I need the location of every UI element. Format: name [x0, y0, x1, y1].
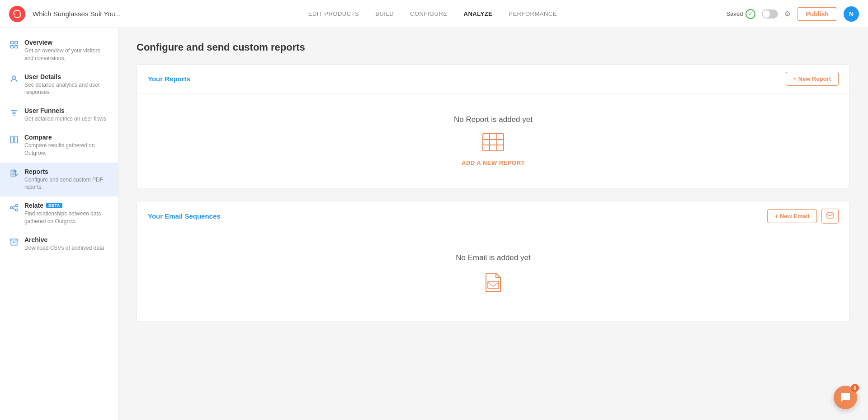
- email-section-body: No Email is added yet: [137, 231, 849, 322]
- no-email-message: No Email is added yet: [456, 253, 530, 262]
- email-envelope-button[interactable]: [821, 209, 839, 224]
- sidebar-reports-title: Reports: [24, 168, 109, 175]
- archive-icon: [9, 237, 19, 247]
- sidebar-overview-text: Overview Get an overview of your visitor…: [24, 39, 109, 62]
- svg-rect-3: [15, 46, 18, 48]
- page-title: Configure and send custom reports: [137, 42, 850, 53]
- your-reports-link[interactable]: Your Reports: [148, 75, 190, 83]
- sidebar-item-overview[interactable]: Overview Get an overview of your visitor…: [0, 33, 118, 68]
- reports-section-header: Your Reports + New Report: [137, 65, 849, 93]
- svg-rect-10: [15, 136, 18, 143]
- svg-rect-24: [488, 281, 499, 289]
- reports-actions: + New Report: [786, 72, 839, 86]
- toggle-switch[interactable]: [762, 9, 778, 19]
- email-section-header: Your Email Sequences + New Email: [137, 201, 849, 231]
- svg-rect-17: [10, 239, 18, 241]
- reports-section-body: No Report is added yet ADD A NEW REPORT: [137, 93, 849, 188]
- sidebar-item-archive[interactable]: Archive Download CSVs of archived data: [0, 231, 118, 257]
- settings-icon[interactable]: ⚙: [784, 9, 791, 18]
- user-avatar[interactable]: N: [844, 6, 859, 22]
- sidebar-user-details-desc: See detailed analytics and user response…: [24, 81, 109, 97]
- sidebar-compare-text: Compare Compare results gathered on Outg…: [24, 134, 109, 157]
- relate-icon: [9, 203, 19, 213]
- sidebar-item-user-details[interactable]: User Details See detailed analytics and …: [0, 68, 118, 102]
- sidebar: Overview Get an overview of your visitor…: [0, 28, 118, 420]
- publish-button[interactable]: Publish: [797, 7, 837, 21]
- sidebar-item-compare[interactable]: Compare Compare results gathered on Outg…: [0, 128, 118, 163]
- svg-line-15: [13, 206, 16, 207]
- sidebar-user-details-text: User Details See detailed analytics and …: [24, 73, 109, 97]
- email-actions: + New Email: [767, 209, 839, 224]
- nav-configure[interactable]: CONFIGURE: [410, 10, 448, 17]
- sidebar-user-details-title: User Details: [24, 73, 109, 80]
- svg-point-4: [13, 76, 16, 79]
- nav-analyze[interactable]: ANALYZE: [464, 10, 493, 17]
- sidebar-compare-desc: Compare results gathered on Outgrow.: [24, 142, 109, 157]
- svg-line-16: [13, 208, 16, 210]
- sidebar-relate-title: Relate BETA: [24, 202, 109, 209]
- email-sequences-section: Your Email Sequences + New Email No Emai…: [137, 201, 850, 322]
- sidebar-user-funnels-desc: Get detailed metrics on user flows.: [24, 115, 108, 123]
- nav-performance[interactable]: PERFORMANCE: [509, 10, 557, 17]
- reports-icon: [9, 169, 19, 179]
- svg-rect-23: [827, 213, 833, 218]
- sidebar-compare-title: Compare: [24, 134, 109, 141]
- table-icon: [482, 133, 504, 153]
- sidebar-archive-text: Archive Download CSVs of archived data: [24, 236, 104, 252]
- chat-bubble[interactable]: 6: [834, 386, 857, 409]
- beta-badge: BETA: [46, 203, 62, 208]
- svg-rect-9: [11, 136, 14, 143]
- saved-label: Saved: [726, 10, 743, 17]
- your-email-sequences-link[interactable]: Your Email Sequences: [148, 212, 221, 220]
- app-title: Which Sunglasses Suit You...: [33, 10, 121, 18]
- sidebar-reports-desc: Configure and send custom PDF reports.: [24, 176, 109, 191]
- topnav-right: Saved ✓ ⚙ Publish N: [726, 6, 859, 22]
- nav-build[interactable]: BUILD: [375, 10, 394, 17]
- sidebar-archive-title: Archive: [24, 236, 104, 243]
- sidebar-item-reports[interactable]: Reports Configure and send custom PDF re…: [0, 163, 118, 197]
- sidebar-overview-desc: Get an overview of your visitors and con…: [24, 47, 109, 62]
- compare-icon: [9, 135, 19, 145]
- add-new-report-link[interactable]: ADD A NEW REPORT: [462, 159, 525, 166]
- sidebar-reports-text: Reports Configure and send custom PDF re…: [24, 168, 109, 191]
- svg-point-13: [15, 205, 18, 207]
- nav-edit-products[interactable]: EDIT PRODUCTS: [308, 10, 359, 17]
- app-logo[interactable]: [9, 6, 25, 22]
- sidebar-user-funnels-title: User Funnels: [24, 107, 108, 114]
- sidebar-relate-desc: Find relationships between data gathered…: [24, 210, 109, 225]
- sidebar-overview-title: Overview: [24, 39, 109, 46]
- saved-check-icon: ✓: [745, 9, 755, 19]
- nav-links: EDIT PRODUCTS BUILD CONFIGURE ANALYZE PE…: [139, 10, 726, 17]
- svg-rect-1: [15, 42, 18, 44]
- sidebar-archive-desc: Download CSVs of archived data: [24, 244, 104, 252]
- svg-rect-2: [11, 46, 14, 48]
- user-funnels-icon: [9, 108, 19, 118]
- new-report-button[interactable]: + New Report: [786, 72, 839, 86]
- svg-rect-0: [11, 42, 14, 44]
- user-details-icon: [9, 74, 19, 84]
- saved-indicator: Saved ✓: [726, 9, 756, 19]
- new-email-button[interactable]: + New Email: [767, 209, 817, 223]
- sidebar-item-relate[interactable]: Relate BETA Find relationships between d…: [0, 196, 118, 231]
- svg-point-14: [15, 209, 18, 211]
- svg-rect-18: [483, 134, 504, 151]
- email-file-icon: [484, 271, 502, 297]
- sidebar-relate-text: Relate BETA Find relationships between d…: [24, 202, 109, 225]
- chat-badge: 6: [851, 384, 859, 392]
- top-navigation: Which Sunglasses Suit You... EDIT PRODUC…: [0, 0, 868, 28]
- sidebar-item-user-funnels[interactable]: User Funnels Get detailed metrics on use…: [0, 102, 118, 128]
- overview-icon: [9, 40, 19, 50]
- reports-section: Your Reports + New Report No Report is a…: [137, 64, 850, 188]
- main-content: Configure and send custom reports Your R…: [118, 28, 868, 420]
- main-layout: Overview Get an overview of your visitor…: [0, 28, 868, 420]
- svg-point-12: [10, 207, 13, 209]
- no-report-message: No Report is added yet: [454, 115, 533, 124]
- sidebar-user-funnels-text: User Funnels Get detailed metrics on use…: [24, 107, 108, 123]
